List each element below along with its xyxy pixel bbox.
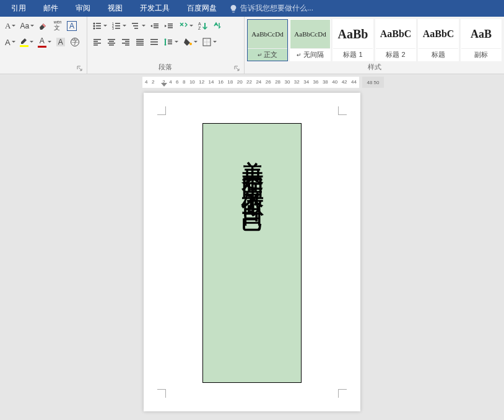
style-item-0[interactable]: AaBbCcDd正文 bbox=[247, 19, 288, 61]
style-item-5[interactable]: AaB副标 bbox=[461, 19, 502, 61]
styles-gallery: AaBbCcDd正文AaBbCcDd无间隔AaBb标题 1AaBbC标题 2Aa… bbox=[245, 17, 504, 61]
change-case-button[interactable]: Aa bbox=[19, 19, 35, 33]
style-item-2[interactable]: AaBb标题 1 bbox=[332, 19, 373, 61]
bucket-icon bbox=[183, 37, 193, 47]
ruler-margin: 48 50 bbox=[362, 77, 384, 88]
paragraph-dialog-launcher[interactable] bbox=[234, 66, 240, 72]
eraser-icon bbox=[38, 21, 48, 31]
svg-rect-28 bbox=[125, 45, 129, 46]
asian-layout-button[interactable] bbox=[177, 19, 194, 33]
svg-rect-38 bbox=[168, 43, 172, 45]
menubar: 引用 邮件 审阅 视图 开发工具 百度网盘 告诉我您想要做什么... bbox=[0, 0, 504, 17]
tell-me-search[interactable]: 告诉我您想要做什么... bbox=[229, 3, 313, 14]
align-center-icon bbox=[106, 37, 116, 47]
style-item-3[interactable]: AaBbC标题 2 bbox=[375, 19, 416, 61]
indent-icon bbox=[164, 21, 174, 31]
svg-rect-21 bbox=[108, 39, 115, 40]
menu-references[interactable]: 引用 bbox=[2, 0, 35, 17]
svg-rect-25 bbox=[122, 39, 129, 40]
svg-rect-37 bbox=[168, 41, 172, 43]
style-item-1[interactable]: AaBbCcDd无间隔 bbox=[290, 19, 331, 61]
styles-group: AaBbCcDd正文AaBbCcDd无间隔AaBb标题 1AaBbC标题 2Aa… bbox=[245, 17, 504, 74]
align-justify-button[interactable] bbox=[134, 35, 146, 49]
sort-button[interactable]: AZ bbox=[196, 19, 209, 33]
align-distributed-button[interactable] bbox=[148, 35, 160, 49]
numbering-icon: 123 bbox=[111, 21, 121, 31]
align-left-button[interactable] bbox=[91, 35, 103, 49]
menu-baidu[interactable]: 百度网盘 bbox=[178, 0, 225, 17]
svg-text:3: 3 bbox=[112, 27, 114, 30]
menu-mailings[interactable]: 邮件 bbox=[35, 0, 67, 17]
style-preview: AaBbC bbox=[376, 20, 415, 48]
svg-rect-24 bbox=[109, 45, 114, 46]
character-border-button[interactable]: A bbox=[66, 19, 78, 33]
menu-developer[interactable]: 开发工具 bbox=[131, 0, 178, 17]
style-item-4[interactable]: AaBbC标题 bbox=[418, 19, 459, 61]
svg-rect-3 bbox=[96, 25, 101, 27]
style-name: 标题 bbox=[419, 48, 458, 61]
text-box[interactable]: 美是回来做自己 bbox=[202, 123, 302, 383]
align-dist-icon bbox=[149, 37, 159, 47]
svg-point-39 bbox=[189, 43, 192, 45]
svg-rect-7 bbox=[115, 23, 120, 24]
shading-button[interactable] bbox=[181, 35, 199, 49]
font-color-button[interactable]: A bbox=[37, 35, 53, 49]
bullets-button[interactable] bbox=[91, 19, 108, 33]
svg-rect-18 bbox=[93, 41, 98, 42]
svg-rect-35 bbox=[150, 44, 158, 45]
align-center-button[interactable] bbox=[105, 35, 118, 49]
svg-rect-31 bbox=[136, 43, 144, 44]
page[interactable]: 美是回来做自己 bbox=[144, 93, 360, 411]
svg-rect-11 bbox=[115, 28, 120, 29]
svg-rect-5 bbox=[96, 28, 101, 29]
svg-rect-19 bbox=[93, 43, 101, 44]
svg-rect-26 bbox=[125, 41, 129, 42]
style-name: 无间隔 bbox=[290, 48, 330, 61]
first-line-indent-marker[interactable] bbox=[161, 83, 167, 88]
svg-rect-27 bbox=[122, 43, 129, 44]
numbering-button[interactable]: 123 bbox=[110, 19, 128, 33]
paragraph-group-label: 段落 bbox=[91, 61, 240, 74]
align-right-button[interactable] bbox=[119, 35, 132, 49]
svg-rect-13 bbox=[133, 25, 138, 27]
svg-point-4 bbox=[93, 28, 95, 30]
crop-mark bbox=[338, 389, 347, 398]
menu-review[interactable]: 审阅 bbox=[67, 0, 99, 17]
svg-rect-14 bbox=[134, 28, 138, 29]
increase-indent-button[interactable] bbox=[163, 19, 175, 33]
lightbulb-icon bbox=[229, 4, 238, 13]
vertical-text-content[interactable]: 美是回来做自己 bbox=[237, 142, 267, 203]
svg-rect-9 bbox=[115, 25, 120, 27]
decrease-indent-button[interactable] bbox=[149, 19, 161, 33]
line-spacing-button[interactable] bbox=[162, 35, 180, 49]
borders-icon bbox=[202, 37, 212, 47]
document-canvas: 美是回来做自己 bbox=[0, 88, 504, 420]
style-name: 标题 1 bbox=[333, 48, 373, 61]
svg-rect-23 bbox=[108, 43, 115, 44]
svg-text:A: A bbox=[198, 22, 201, 26]
style-preview: AaBbCcDd bbox=[248, 20, 287, 48]
borders-button[interactable] bbox=[201, 35, 218, 49]
align-justify-icon bbox=[135, 37, 145, 47]
svg-rect-22 bbox=[109, 41, 114, 42]
character-shading-button[interactable]: A bbox=[54, 35, 67, 49]
font-dialog-launcher[interactable] bbox=[77, 66, 83, 72]
menu-view[interactable]: 视图 bbox=[99, 0, 131, 17]
multilevel-list-button[interactable] bbox=[129, 19, 147, 33]
line-spacing-icon bbox=[163, 37, 173, 47]
enclose-characters-button[interactable]: 字 bbox=[69, 35, 81, 49]
asian-layout-icon bbox=[178, 21, 188, 31]
highlight-color-button[interactable] bbox=[19, 35, 35, 49]
phonetic-guide-button[interactable]: wén文 bbox=[51, 19, 64, 33]
horizontal-ruler[interactable]: 4224681012141618202224262830323436384042… bbox=[142, 77, 359, 88]
strikethrough-button[interactable]: A bbox=[4, 35, 17, 49]
svg-rect-34 bbox=[150, 41, 158, 43]
clear-formatting-button[interactable] bbox=[37, 19, 50, 33]
tell-me-placeholder: 告诉我您想要做什么... bbox=[240, 3, 313, 14]
font-style-a-button[interactable]: A bbox=[4, 19, 17, 33]
svg-rect-36 bbox=[168, 40, 172, 41]
svg-rect-33 bbox=[150, 39, 158, 40]
svg-rect-29 bbox=[136, 39, 144, 40]
sort-icon: AZ bbox=[198, 21, 207, 31]
show-marks-button[interactable] bbox=[211, 19, 223, 33]
